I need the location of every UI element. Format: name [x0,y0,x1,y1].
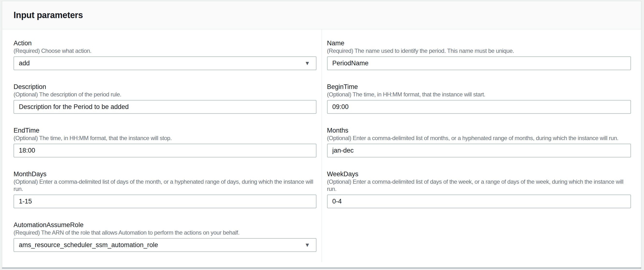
field-monthdays: MonthDays (Optional) Enter a comma-delim… [14,170,316,208]
field-automationassumerole: AutomationAssumeRole (Required) The ARN … [14,221,316,252]
begintime-input[interactable] [327,100,631,114]
automationassumerole-select-value: ams_resource_scheduler_ssm_automation_ro… [19,241,158,249]
field-label-description: Description [14,83,316,91]
field-description-weekdays: (Optional) Enter a comma-delimited list … [327,178,631,193]
field-begintime: BeginTime (Optional) The time, in HH:MM … [327,83,631,114]
field-label-months: Months [327,126,631,135]
field-description-months: (Optional) Enter a comma-delimited list … [327,135,631,142]
form-cell: Name (Required) The name used to identif… [322,39,641,83]
field-label-name: Name [327,39,631,47]
form-cell: Months (Optional) Enter a comma-delimite… [322,126,641,170]
dropdown-arrow-icon: ▼ [304,60,310,66]
input-parameters-panel: Input parameters Action (Required) Choos… [2,1,641,268]
field-endtime: EndTime (Optional) The time, in HH:MM fo… [14,126,316,157]
field-label-begintime: BeginTime [327,83,631,91]
description-input[interactable] [14,100,316,114]
field-description: Description (Optional) The description o… [14,83,316,114]
form-cell: WeekDays (Optional) Enter a comma-delimi… [322,170,641,221]
field-description-name: (Required) The name used to identify the… [327,47,631,54]
form-cell: MonthDays (Optional) Enter a comma-delim… [2,170,322,221]
field-months: Months (Optional) Enter a comma-delimite… [327,126,631,157]
field-action: Action (Required) Choose what action. ad… [14,39,316,70]
monthdays-input[interactable] [14,195,316,208]
column-divider [322,29,322,262]
form-cell: Description (Optional) The description o… [2,83,322,126]
field-description-endtime: (Optional) The time, in HH:MM format, th… [14,135,316,142]
field-weekdays: WeekDays (Optional) Enter a comma-delimi… [327,170,631,208]
field-description-monthdays: (Optional) Enter a comma-delimited list … [14,178,316,193]
months-input[interactable] [327,144,631,157]
panel-body: Action (Required) Choose what action. ad… [2,29,641,267]
field-description-begintime: (Optional) The time, in HH:MM format, th… [327,91,631,98]
automationassumerole-select[interactable]: ams_resource_scheduler_ssm_automation_ro… [14,238,316,252]
form-cell: AutomationAssumeRole (Required) The ARN … [2,221,322,265]
field-description-automationassumerole: (Required) The ARN of the role that allo… [14,229,316,236]
empty-cell [322,221,641,265]
field-description-action: (Required) Choose what action. [14,47,316,54]
action-select-value: add [19,60,30,67]
endtime-input[interactable] [14,144,316,157]
action-select[interactable]: add ▼ [14,56,316,70]
field-label-endtime: EndTime [14,126,316,135]
weekdays-input[interactable] [327,195,631,208]
panel-title: Input parameters [14,10,83,20]
name-input[interactable] [327,56,631,70]
field-label-automationassumerole: AutomationAssumeRole [14,221,316,229]
field-label-weekdays: WeekDays [327,170,631,178]
field-label-monthdays: MonthDays [14,170,316,178]
form-cell: BeginTime (Optional) The time, in HH:MM … [322,83,641,126]
form-cell: EndTime (Optional) The time, in HH:MM fo… [2,126,322,170]
panel-header: Input parameters [2,1,641,29]
form-cell: Action (Required) Choose what action. ad… [2,39,322,83]
field-description-description: (Optional) The description of the period… [14,91,316,98]
field-name: Name (Required) The name used to identif… [327,39,631,70]
field-label-action: Action [14,39,316,47]
dropdown-arrow-icon: ▼ [304,242,310,248]
